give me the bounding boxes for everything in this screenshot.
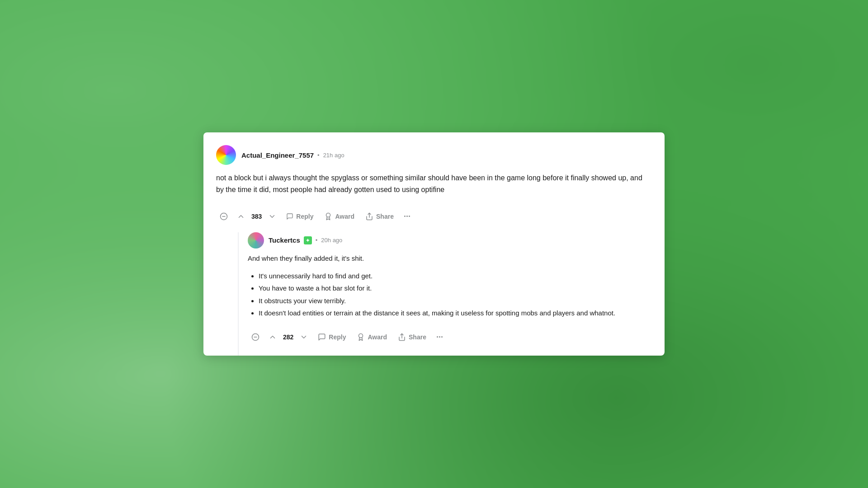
top-comment: Actual_Engineer_7557 • 21h ago not a blo… — [203, 132, 665, 355]
nested-flair-badge: ✦ — [304, 236, 312, 244]
top-comment-header: Actual_Engineer_7557 • 21h ago — [216, 145, 652, 165]
top-upvote-button[interactable] — [233, 210, 249, 223]
nested-award-icon — [357, 333, 365, 341]
top-share-label: Share — [376, 213, 394, 220]
list-item: It's unnecessarily hard to find and get. — [259, 270, 652, 282]
top-award-button[interactable]: Award — [320, 210, 359, 223]
minus-circle-icon — [220, 212, 228, 221]
downvote-icon — [268, 212, 276, 221]
nested-comment-actions: 282 Reply — [248, 326, 652, 356]
nested-intro-text: And when they finally added it, it's shi… — [248, 253, 652, 264]
nested-timestamp: 20h ago — [321, 237, 342, 244]
nested-comment: Tuckertcs ✦ • 20h ago And when they fina… — [238, 232, 652, 356]
nested-share-icon — [398, 333, 406, 341]
top-more-button[interactable]: ··· — [400, 209, 414, 224]
top-reply-label: Reply — [296, 213, 313, 220]
top-more-dots: ··· — [404, 212, 410, 221]
nested-vote-count: 282 — [281, 333, 295, 341]
nested-header: Tuckertcs ✦ • 20h ago — [248, 232, 652, 249]
top-award-label: Award — [335, 213, 354, 220]
top-vote-count: 383 — [250, 213, 264, 220]
comment-card: Actual_Engineer_7557 • 21h ago not a blo… — [203, 132, 665, 355]
top-vote-section: 383 — [233, 210, 280, 223]
award-icon — [324, 212, 332, 221]
nested-reply-button[interactable]: Reply — [313, 330, 350, 344]
list-item: You have to waste a hot bar slot for it. — [259, 282, 652, 294]
nested-collapse-button[interactable] — [248, 330, 263, 344]
list-item: It obstructs your view terribly. — [259, 295, 652, 307]
top-timestamp: 21h ago — [323, 152, 344, 159]
top-dot: • — [317, 152, 320, 159]
nested-more-button[interactable]: ··· — [433, 330, 447, 345]
top-username[interactable]: Actual_Engineer_7557 — [241, 151, 314, 159]
nested-share-button[interactable]: Share — [393, 330, 431, 344]
top-share-button[interactable]: Share — [361, 210, 398, 223]
share-icon — [365, 212, 373, 221]
nested-award-label: Award — [368, 333, 387, 341]
nested-bullet-list: It's unnecessarily hard to find and get.… — [248, 270, 652, 319]
top-downvote-button[interactable] — [264, 210, 280, 223]
nested-share-label: Share — [409, 333, 426, 341]
top-avatar — [216, 145, 236, 165]
nested-downvote-icon — [300, 333, 308, 341]
nested-reply-label: Reply — [329, 333, 346, 341]
nested-upvote-button[interactable] — [265, 330, 280, 344]
list-item: It doesn't load entities or terrain at t… — [259, 307, 652, 319]
nested-dot: • — [316, 237, 318, 244]
top-reply-button[interactable]: Reply — [282, 210, 318, 223]
nested-more-dots: ··· — [436, 333, 443, 342]
nested-avatar — [248, 232, 264, 249]
nested-user-info: Tuckertcs ✦ • 20h ago — [269, 236, 342, 244]
nested-username[interactable]: Tuckertcs — [269, 236, 300, 244]
nested-upvote-icon — [269, 333, 277, 341]
top-collapse-button[interactable] — [216, 210, 231, 223]
nested-reply-icon — [318, 333, 326, 341]
top-comment-actions: 383 Reply Award — [216, 204, 652, 232]
nested-minus-circle-icon — [251, 333, 259, 341]
upvote-icon — [237, 212, 245, 221]
nested-downvote-button[interactable] — [296, 330, 311, 344]
top-comment-text: not a block but i always thought the spy… — [216, 172, 652, 195]
reply-icon — [286, 213, 293, 220]
nested-award-button[interactable]: Award — [352, 330, 392, 344]
top-user-info: Actual_Engineer_7557 • 21h ago — [241, 151, 344, 159]
nested-vote-section: 282 — [265, 330, 311, 344]
